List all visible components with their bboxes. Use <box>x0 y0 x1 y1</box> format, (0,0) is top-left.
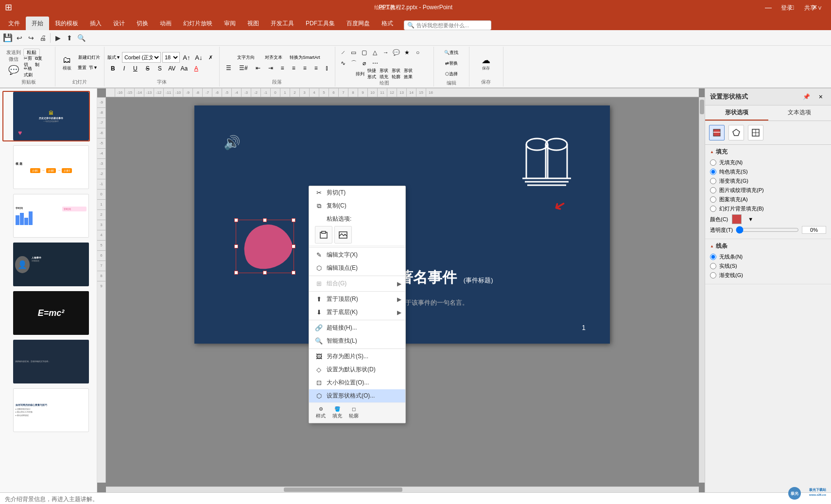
bold-btn[interactable]: B <box>107 64 119 73</box>
fill-color-btn[interactable]: ▼ <box>745 215 756 223</box>
tab-file[interactable]: 文件 <box>2 17 26 30</box>
text-shadow-btn[interactable]: S <box>155 64 165 73</box>
send-to-wechat-btn[interactable]: 💬 <box>5 64 22 76</box>
tab-format[interactable]: 格式 <box>376 17 399 30</box>
cm-edit-text[interactable]: ✎ 编辑文字(X) <box>309 248 405 261</box>
copy-btn[interactable]: ⧉复制 <box>35 57 45 67</box>
vertical-scrollbar[interactable] <box>699 97 705 483</box>
tab-transitions[interactable]: 切换 <box>131 17 154 30</box>
replace-btn[interactable]: ⇄ 替换 <box>437 58 466 68</box>
cm-fill-btn[interactable]: 🪣 填充 <box>329 405 345 421</box>
strikethrough-btn[interactable]: S <box>142 64 153 73</box>
rp-tab-text[interactable]: 文本选项 <box>768 105 831 121</box>
font-color-btn[interactable]: A <box>191 64 202 73</box>
font-size-down-btn[interactable]: A↓ <box>193 52 204 62</box>
quick-styles-btn[interactable]: 快捷形式 <box>367 69 378 79</box>
notes-area[interactable]: 先介绍背景信息，再进入主题讲解。 <box>0 492 831 504</box>
arrow-shape-btn[interactable]: → <box>381 48 391 57</box>
arrange-btn[interactable]: 排列 <box>355 69 365 79</box>
justify-btn[interactable]: ≡ <box>311 63 321 73</box>
italic-btn[interactable]: I <box>120 64 128 73</box>
reset-btn[interactable]: 重置 <box>77 63 87 73</box>
more-shapes-btn[interactable]: ⋯ <box>370 58 380 68</box>
cm-bring-front[interactable]: ⬆ 置于顶层(R) ▶ <box>309 293 405 306</box>
sound-icon[interactable]: 🔊 <box>224 135 241 151</box>
cm-set-default[interactable]: ◇ 设置为默认形状(D) <box>309 363 405 376</box>
align-right-btn[interactable]: ≡ <box>300 63 310 73</box>
triangle-shape-btn[interactable]: △ <box>370 48 380 57</box>
change-case-btn[interactable]: Aa <box>179 64 190 73</box>
slide-thumb-4[interactable]: 4 👤 人物事件 详细描述 <box>2 242 90 287</box>
text-direction-btn[interactable]: 文字方向 <box>232 52 259 62</box>
slide-thumb-2[interactable]: 2 概 题 步骤1 → 步骤2 → 步骤3 <box>2 144 90 190</box>
cm-send-back[interactable]: ⬇ 置于底层(K) ▶ <box>309 306 405 319</box>
underline-btn[interactable]: U <box>130 64 141 73</box>
save-quick-btn[interactable]: 💾 <box>2 32 14 44</box>
columns-btn[interactable]: ⫿ <box>322 63 332 73</box>
font-name-select[interactable]: Corbel (正文) <box>122 52 161 63</box>
start-presentation-btn[interactable]: ▶ <box>52 32 64 44</box>
zoom-btn[interactable]: 🔍 <box>75 32 87 44</box>
tab-review[interactable]: 审阅 <box>218 17 242 30</box>
star-shape-btn[interactable]: ★ <box>402 48 412 57</box>
line-solid-radio[interactable] <box>710 263 716 269</box>
tab-slideshow[interactable]: 幻灯片放映 <box>177 17 218 30</box>
section-btn[interactable]: 节▼ <box>88 63 99 73</box>
template-btn[interactable]: 🗂 模板 <box>58 53 76 72</box>
paste-original-btn[interactable] <box>315 226 332 243</box>
rp-fill-icon-btn[interactable] <box>709 125 725 140</box>
undo-btn[interactable]: ↩ <box>14 32 25 44</box>
paste-image-btn[interactable] <box>334 226 352 243</box>
tab-insert[interactable]: 插入 <box>84 17 107 30</box>
print-btn[interactable]: 🖨 <box>37 32 49 44</box>
line-gradient-radio[interactable] <box>710 272 716 278</box>
slide-thumb-1[interactable]: 1 🏛 历史记录中的著名事件 一句话总结该事件 ♥ <box>2 91 90 141</box>
tab-view[interactable]: 视图 <box>242 17 265 30</box>
shape-outline-btn[interactable]: 形状轮廓 <box>391 69 402 79</box>
cm-format-shape[interactable]: ⬡ 设置形状格式(O)... <box>309 389 405 402</box>
font-size-up-btn[interactable]: A↑ <box>181 52 192 62</box>
share-link[interactable]: 共享 ∨ <box>800 2 826 14</box>
slide-thumb-7[interactable]: 7 如何写简历的核心要素与技巧 ▸ 清晰的格式设计 ▸ 重点突出工作经验 ▸ 量… <box>2 387 90 433</box>
fill-bg-radio[interactable] <box>710 206 716 212</box>
search-input[interactable] <box>416 22 488 28</box>
numbering-btn[interactable]: ☰# <box>236 63 251 73</box>
fill-solid-radio[interactable] <box>710 169 716 175</box>
convert-smartart-btn[interactable]: 转换为SmartArt <box>288 52 322 62</box>
tab-home[interactable]: 开始 <box>26 17 49 30</box>
curve-shape-btn[interactable]: ⌒ <box>349 58 359 68</box>
slide-thumb-6[interactable]: 6 演讲稿内容区域，呈现详细的文字说明... <box>2 339 90 384</box>
find-btn[interactable]: 🔍 查找 <box>437 48 466 57</box>
rounded-rect-btn[interactable]: ▢ <box>360 48 369 57</box>
pointer-btn[interactable]: ⬆ <box>64 32 75 44</box>
rp-size-icon-btn[interactable] <box>748 125 763 140</box>
wave-shape-btn[interactable]: ∿ <box>338 58 348 68</box>
bullets-btn[interactable]: ☰ <box>223 63 235 73</box>
new-slide-btn[interactable]: 新建幻灯片 <box>77 53 101 63</box>
tab-my-template[interactable]: 我的模板 <box>49 17 84 30</box>
align-center-btn[interactable]: ≡ <box>289 63 299 73</box>
cm-copy[interactable]: ⧉ 复制(C) <box>309 199 405 212</box>
char-spacing-btn[interactable]: AV <box>167 64 177 73</box>
cm-smart-lookup[interactable]: 🔍 智能查找(L) <box>309 334 405 348</box>
tab-design[interactable]: 设计 <box>107 17 131 30</box>
font-size-select[interactable]: 18 <box>162 52 180 63</box>
clear-format-btn[interactable]: ✗ <box>206 52 216 62</box>
line-shape-btn[interactable]: ⟋ <box>338 48 348 57</box>
align-text-btn[interactable]: 对齐文本 <box>260 52 287 62</box>
rp-effects-icon-btn[interactable] <box>728 125 744 140</box>
callout-shape-btn[interactable]: 💬 <box>392 48 401 57</box>
transparency-value[interactable]: 0% <box>802 226 826 234</box>
slide-thumb-5[interactable]: 5 E=mc² <box>2 290 90 336</box>
fill-pattern-radio[interactable] <box>710 196 716 203</box>
tab-animations[interactable]: 动画 <box>154 17 177 30</box>
minimize-button[interactable]: — <box>757 0 779 15</box>
right-panel-close-btn[interactable]: × <box>815 91 826 102</box>
format-painter-btn[interactable]: ✏格式刷 <box>23 67 34 77</box>
cm-group[interactable]: ⊞ 组合(G) ▶ <box>309 277 405 290</box>
cm-outline-btn[interactable]: ◻ 轮廓 <box>346 405 362 421</box>
rp-tab-shape[interactable]: 形状选项 <box>705 105 768 121</box>
fill-picture-radio[interactable] <box>710 187 716 193</box>
decrease-indent-btn[interactable]: ⇤ <box>252 63 264 73</box>
freeform-btn[interactable]: ⌀ <box>360 58 369 68</box>
